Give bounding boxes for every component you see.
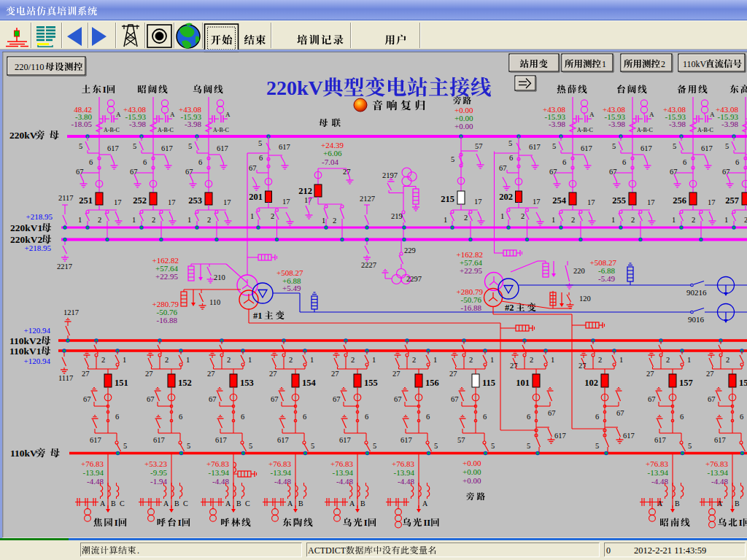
svg-text:2: 2 bbox=[666, 356, 670, 364]
svg-text:A-B-C: A-B-C bbox=[637, 127, 653, 133]
svg-text:+0.00: +0.00 bbox=[462, 459, 481, 467]
svg-text:B: B bbox=[174, 499, 179, 508]
svg-text:153: 153 bbox=[240, 378, 254, 388]
svg-text:A: A bbox=[287, 499, 293, 508]
svg-text:C: C bbox=[120, 499, 125, 508]
svg-text:I: I bbox=[364, 518, 368, 528]
svg-text:27: 27 bbox=[331, 370, 339, 378]
svg-text:+76.83: +76.83 bbox=[330, 459, 353, 468]
svg-text:5: 5 bbox=[491, 442, 495, 450]
svg-text:67: 67 bbox=[130, 168, 138, 176]
svg-text:5: 5 bbox=[527, 442, 530, 450]
svg-text:-16.88: -16.88 bbox=[157, 316, 178, 324]
svg-text:617: 617 bbox=[161, 144, 173, 152]
svg-text:219: 219 bbox=[391, 212, 403, 220]
svg-text:6: 6 bbox=[198, 158, 202, 166]
svg-text:154: 154 bbox=[302, 378, 317, 388]
svg-text:101: 101 bbox=[516, 378, 530, 388]
svg-text:251: 251 bbox=[79, 195, 93, 206]
svg-text:-13.94: -13.94 bbox=[271, 468, 292, 477]
svg-text:A-B-C: A-B-C bbox=[213, 127, 229, 133]
svg-text:6: 6 bbox=[680, 413, 684, 421]
svg-text:27: 27 bbox=[343, 168, 351, 176]
svg-text:1: 1 bbox=[132, 216, 136, 224]
svg-text:1: 1 bbox=[551, 356, 554, 364]
svg-text:5: 5 bbox=[258, 139, 262, 147]
svg-text:+76.83: +76.83 bbox=[705, 459, 728, 468]
svg-text:5: 5 bbox=[188, 142, 192, 150]
svg-text:+0.00: +0.00 bbox=[462, 476, 481, 485]
svg-text:17: 17 bbox=[533, 198, 541, 206]
svg-text:617: 617 bbox=[581, 144, 592, 152]
svg-text:+53.23: +53.23 bbox=[144, 459, 167, 468]
svg-text:B: B bbox=[675, 499, 680, 508]
svg-text:617: 617 bbox=[107, 144, 119, 152]
svg-text:27: 27 bbox=[578, 362, 587, 370]
svg-text:-3.98: -3.98 bbox=[129, 120, 146, 128]
svg-text:-3.98: -3.98 bbox=[549, 120, 565, 128]
svg-text:220kV: 220kV bbox=[266, 77, 323, 99]
svg-text:5: 5 bbox=[434, 442, 438, 450]
svg-text:-3.98: -3.98 bbox=[669, 120, 686, 128]
svg-text:27: 27 bbox=[510, 362, 518, 370]
svg-text:1: 1 bbox=[250, 212, 254, 220]
svg-text:67: 67 bbox=[722, 168, 730, 176]
svg-text:210: 210 bbox=[214, 273, 225, 281]
svg-text:6: 6 bbox=[562, 158, 566, 166]
svg-text:-13.94: -13.94 bbox=[708, 468, 729, 477]
svg-text:256: 256 bbox=[673, 195, 686, 206]
svg-text:-3.98: -3.98 bbox=[185, 120, 201, 128]
svg-text:6: 6 bbox=[595, 413, 599, 421]
svg-text:2: 2 bbox=[631, 216, 635, 224]
svg-text:+76.83: +76.83 bbox=[646, 459, 668, 468]
svg-text:617: 617 bbox=[215, 436, 227, 444]
svg-text:27: 27 bbox=[207, 370, 215, 378]
svg-text:17: 17 bbox=[708, 198, 716, 206]
svg-text:6: 6 bbox=[259, 154, 263, 162]
svg-text:2297: 2297 bbox=[406, 275, 422, 283]
svg-text:1: 1 bbox=[310, 356, 314, 364]
svg-text:-4.48: -4.48 bbox=[711, 477, 728, 486]
svg-text:1: 1 bbox=[78, 216, 82, 224]
svg-text:-13.94: -13.94 bbox=[394, 468, 415, 477]
svg-text:+76.83: +76.83 bbox=[206, 459, 229, 468]
svg-text:27: 27 bbox=[449, 370, 457, 378]
svg-text:617: 617 bbox=[339, 436, 351, 444]
svg-text:.: . bbox=[137, 545, 139, 556]
svg-text:253: 253 bbox=[188, 195, 202, 206]
svg-text:+0.00: +0.00 bbox=[462, 467, 481, 476]
svg-text:617: 617 bbox=[623, 432, 635, 440]
svg-text:1: 1 bbox=[672, 216, 676, 224]
svg-text:254: 254 bbox=[552, 195, 567, 206]
svg-text:I: I bbox=[115, 518, 118, 528]
svg-text:6: 6 bbox=[426, 413, 430, 421]
svg-text:155: 155 bbox=[364, 378, 378, 388]
svg-text:67: 67 bbox=[648, 395, 656, 403]
svg-text:2: 2 bbox=[469, 356, 473, 364]
svg-text:617: 617 bbox=[279, 143, 290, 151]
svg-text:+6.06: +6.06 bbox=[323, 149, 342, 158]
svg-text:6: 6 bbox=[735, 158, 739, 166]
svg-text:67: 67 bbox=[83, 395, 91, 403]
svg-text:-9.95: -9.95 bbox=[150, 468, 167, 477]
svg-text:27: 27 bbox=[145, 370, 153, 378]
svg-text:-13.94: -13.94 bbox=[333, 468, 354, 477]
svg-text:110: 110 bbox=[209, 298, 220, 306]
svg-text:A: A bbox=[589, 111, 595, 118]
svg-text:2: 2 bbox=[351, 356, 355, 364]
svg-text:-13.94: -13.94 bbox=[83, 468, 104, 477]
svg-text:151: 151 bbox=[115, 378, 128, 388]
svg-text:617: 617 bbox=[217, 144, 228, 152]
svg-text:+5.49: +5.49 bbox=[282, 284, 301, 292]
svg-text:27: 27 bbox=[706, 370, 714, 378]
svg-text:+120.94: +120.94 bbox=[24, 357, 51, 365]
svg-text:I: I bbox=[739, 518, 743, 528]
svg-text:1: 1 bbox=[187, 216, 191, 224]
svg-text:5: 5 bbox=[725, 142, 729, 150]
svg-text:-13.94: -13.94 bbox=[648, 468, 669, 477]
svg-text:617: 617 bbox=[90, 436, 101, 444]
svg-text:2: 2 bbox=[271, 212, 274, 220]
svg-text:A: A bbox=[170, 111, 175, 118]
svg-text:2: 2 bbox=[98, 216, 101, 224]
svg-text:2: 2 bbox=[744, 216, 747, 224]
